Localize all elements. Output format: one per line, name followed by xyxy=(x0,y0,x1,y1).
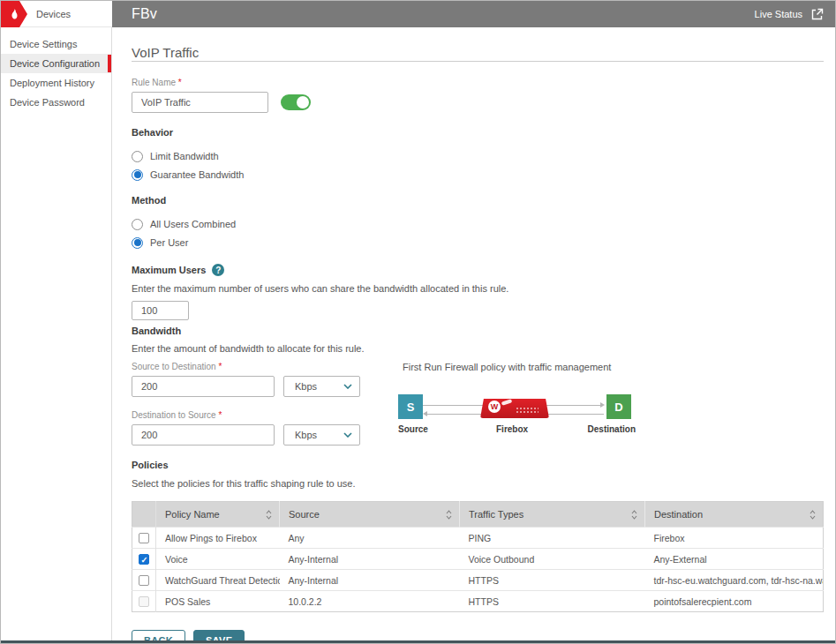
firebox-appliance-image: W xyxy=(480,395,549,420)
traffic-types-cell: Voice Outbound xyxy=(460,549,645,570)
policy-name-cell: WatchGuard Threat Detectio... xyxy=(156,570,280,591)
live-status-link[interactable]: Live Status xyxy=(755,8,824,21)
sidebar-item-label: Device Configuration xyxy=(10,58,100,69)
sidebar-item-device-settings[interactable]: Device Settings xyxy=(1,34,111,54)
column-header-source[interactable]: Source xyxy=(280,502,460,528)
policy-row[interactable]: POS Sales10.0.2.2HTTPSpointofsalerecpien… xyxy=(132,591,824,612)
required-marker: * xyxy=(178,78,182,87)
device-title: FBv xyxy=(132,6,157,22)
source-node-label: Source xyxy=(398,424,428,434)
arrowhead-left-icon xyxy=(423,411,427,416)
sidebar-item-label: Deployment History xyxy=(10,78,94,88)
column-header-policy-name[interactable]: Policy Name xyxy=(156,502,280,528)
source-cell: Any-Internal xyxy=(280,549,460,570)
policy-checkbox[interactable] xyxy=(139,554,149,565)
source-node: S xyxy=(398,394,423,419)
source-to-destination-label: Source to Destination * xyxy=(132,362,360,372)
source-cell: 10.0.2.2 xyxy=(280,591,460,612)
maximum-users-input[interactable] xyxy=(132,301,189,320)
source-to-destination-unit-select[interactable]: Kbps xyxy=(283,376,360,397)
required-marker: * xyxy=(218,362,222,371)
radio-icon-selected xyxy=(132,169,143,181)
policy-select-cell xyxy=(132,528,156,549)
radio-label: Guarantee Bandwidth xyxy=(150,169,244,180)
policy-select-cell xyxy=(132,591,156,612)
destination-cell: Any-External xyxy=(645,549,824,570)
sort-icon xyxy=(810,510,816,520)
policy-checkbox xyxy=(139,596,149,607)
main-content: VoIP Traffic Rule Name * Behavior Limit … xyxy=(112,27,836,642)
radio-limit-bandwidth[interactable]: Limit Bandwidth xyxy=(132,150,824,162)
policies-table-body: Allow Pings to FireboxAnyPINGFireboxVoic… xyxy=(132,528,824,612)
sort-icon xyxy=(631,510,637,520)
watchguard-logo xyxy=(1,1,27,27)
traffic-types-cell: HTTPS xyxy=(460,570,645,591)
policy-row[interactable]: WatchGuard Threat Detectio...Any-Interna… xyxy=(132,570,824,591)
external-link-icon xyxy=(810,8,824,21)
bandwidth-label: Bandwidth xyxy=(132,326,824,337)
policy-select-cell xyxy=(132,549,156,570)
unit-value: Kbps xyxy=(295,381,317,392)
diagram-caption: First Run Firewall policy with traffic m… xyxy=(403,362,631,373)
destination-to-source-input[interactable] xyxy=(132,424,275,446)
required-marker: * xyxy=(218,410,222,420)
help-icon[interactable]: ? xyxy=(212,264,224,276)
destination-cell: tdr-hsc-eu.watchguard.com, tdr-hsc-na.wa… xyxy=(645,570,824,591)
policy-checkbox[interactable] xyxy=(139,533,149,543)
window-bottom-edge xyxy=(1,640,835,643)
rule-enabled-toggle[interactable] xyxy=(281,94,311,110)
radio-guarantee-bandwidth[interactable]: Guarantee Bandwidth xyxy=(132,168,824,181)
destination-to-source-label: Destination to Source * xyxy=(132,410,360,421)
destination-node: D xyxy=(606,394,631,419)
policy-select-cell xyxy=(132,570,156,591)
policy-row[interactable]: VoiceAny-InternalVoice OutboundAny-Exter… xyxy=(132,549,824,570)
top-bar: Devices FBv Live Status xyxy=(1,1,835,27)
method-label: Method xyxy=(132,195,824,206)
bandwidth-description: Enter the amount of bandwidth to allocat… xyxy=(132,343,824,355)
column-header-destination[interactable]: Destination xyxy=(645,502,824,528)
firewall-diagram-panel: First Run Firewall policy with traffic m… xyxy=(403,362,631,446)
policies-description: Select the policies for this traffic sha… xyxy=(132,478,824,490)
source-cell: Any xyxy=(280,528,460,549)
policy-checkbox[interactable] xyxy=(139,575,149,586)
policies-table: Policy Name Source Traffic Types Destina… xyxy=(132,501,824,612)
traffic-types-cell: HTTPS xyxy=(460,591,645,612)
sidebar-item-device-password[interactable]: Device Password xyxy=(1,93,111,112)
column-header-traffic-types[interactable]: Traffic Types xyxy=(460,502,645,528)
app-window: Devices FBv Live Status Device Settings … xyxy=(0,0,836,644)
sidebar-item-deployment-history[interactable]: Deployment History xyxy=(1,73,111,93)
radio-icon xyxy=(132,151,143,162)
destination-cell: pointofsalerecpient.com xyxy=(645,591,824,612)
radio-label: Per User xyxy=(150,237,188,248)
policy-name-cell: Voice xyxy=(156,549,280,570)
chevron-down-icon xyxy=(343,384,352,389)
brand-area: Devices xyxy=(1,1,112,27)
page-title: VoIP Traffic xyxy=(132,45,824,61)
destination-to-source-unit-select[interactable]: Kbps xyxy=(283,424,360,446)
sidebar: Device Settings Device Configuration Dep… xyxy=(1,27,112,642)
rule-name-label: Rule Name * xyxy=(132,78,824,88)
maximum-users-description: Enter the maximum number of users who ca… xyxy=(132,283,824,295)
radio-icon-selected xyxy=(132,237,143,249)
policy-row[interactable]: Allow Pings to FireboxAnyPINGFirebox xyxy=(132,528,824,549)
policies-label: Policies xyxy=(132,460,824,471)
source-cell: Any-Internal xyxy=(280,570,460,591)
source-to-destination-input[interactable] xyxy=(132,376,275,397)
behavior-label: Behavior xyxy=(132,127,824,139)
rule-name-input[interactable] xyxy=(132,92,268,113)
policy-name-cell: Allow Pings to Firebox xyxy=(156,528,280,549)
sort-icon xyxy=(446,510,452,520)
radio-all-users-combined[interactable]: All Users Combined xyxy=(132,218,824,230)
radio-label: All Users Combined xyxy=(150,219,236,229)
firebox-logo-icon: W xyxy=(488,401,501,413)
maximum-users-label: Maximum Users xyxy=(132,265,206,276)
sort-icon xyxy=(266,510,272,520)
brand-label: Devices xyxy=(36,9,71,19)
sidebar-item-device-configuration[interactable]: Device Configuration xyxy=(1,54,111,73)
live-status-label: Live Status xyxy=(755,9,802,19)
destination-node-label: Destination xyxy=(588,424,636,434)
firebox-vents xyxy=(516,407,539,414)
radio-per-user[interactable]: Per User xyxy=(132,236,824,249)
policy-name-cell: POS Sales xyxy=(156,591,280,612)
destination-cell: Firebox xyxy=(645,528,824,549)
